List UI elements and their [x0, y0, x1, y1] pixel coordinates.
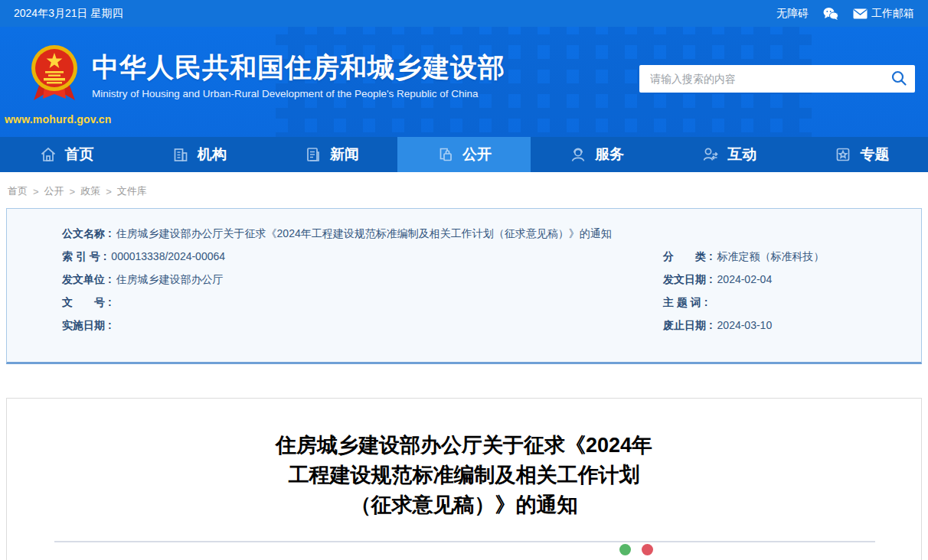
site-header: www.mohurd.gov.cn 中华人民共和国住房和城乡建设部 Minist… — [0, 27, 928, 137]
breadcrumb-disclosure[interactable]: 公开 — [44, 184, 64, 198]
accessibility-link[interactable]: 无障碍 — [776, 7, 809, 21]
national-emblem-icon — [29, 44, 80, 109]
doc-field-value: 2024-03-10 — [717, 319, 773, 332]
site-name: 中华人民共和国住房和城乡建设部 — [92, 53, 505, 82]
doc-info-right-column: 分 类 : 标准定额（标准科技） 发文日期 : 2024-02-04 主 题 词… — [663, 250, 890, 342]
wechat-icon[interactable] — [822, 7, 839, 21]
site-titles: 中华人民共和国住房和城乡建设部 Ministry of Housing and … — [92, 53, 505, 99]
nav-label: 公开 — [462, 145, 492, 164]
doc-issuer-row: 发文单位 : 住房城乡建设部办公厅 — [62, 273, 663, 286]
doc-keywords-row: 主 题 词 : — [663, 296, 890, 309]
doc-index-row: 索 引 号 : 000013338/2024-00064 — [62, 250, 663, 263]
site-logo-link[interactable]: www.mohurd.gov.cn 中华人民共和国住房和城乡建设部 Minist… — [0, 27, 505, 109]
doc-field-label: 废止日期 : — [663, 319, 713, 332]
red-action-icon[interactable] — [642, 544, 653, 555]
nav-item-disclosure[interactable]: 公开 — [397, 137, 530, 172]
doc-implementation-date-row: 实施日期 : — [62, 319, 663, 332]
work-mailbox-link[interactable]: 工作邮箱 — [853, 7, 914, 21]
article-title-line: 工程建设规范标准编制及相关工作计划 — [7, 461, 921, 490]
doc-field-value: 2024-02-04 — [717, 273, 773, 286]
main-nav: 首页 机构 新闻 公开 服务 — [0, 137, 928, 172]
green-action-icon[interactable] — [619, 544, 631, 555]
doc-title-row: 公文名称 : 住房城乡建设部办公厅关于征求《2024年工程建设规范标准编制及相关… — [62, 227, 890, 240]
topics-icon — [834, 145, 852, 164]
nav-item-organization[interactable]: 机构 — [132, 137, 265, 172]
doc-field-label: 分 类 : — [663, 250, 713, 263]
nav-label: 机构 — [198, 145, 227, 164]
breadcrumb-separator: > — [33, 186, 39, 197]
home-icon — [39, 145, 57, 164]
topbar-links: 无障碍 工作邮箱 — [776, 7, 914, 21]
mailbox-label: 工作邮箱 — [871, 7, 914, 21]
site-name-english: Ministry of Housing and Urban-Rural Deve… — [92, 88, 505, 99]
doc-field-label: 文 号 : — [62, 296, 112, 309]
search-button[interactable] — [890, 70, 907, 89]
doc-issue-date-row: 发文日期 : 2024-02-04 — [663, 273, 890, 286]
doc-info-left-column: 索 引 号 : 000013338/2024-00064 发文单位 : 住房城乡… — [62, 250, 663, 342]
doc-field-value: 住房城乡建设部办公厅 — [116, 273, 224, 286]
doc-category-row: 分 类 : 标准定额（标准科技） — [663, 250, 890, 263]
top-bar: 2024年3月21日 星期四 无障碍 工作邮箱 — [0, 0, 928, 27]
breadcrumb-home[interactable]: 首页 — [8, 184, 28, 198]
nav-item-service[interactable]: 服务 — [531, 137, 663, 172]
accessibility-label: 无障碍 — [776, 7, 809, 21]
search-icon — [890, 70, 907, 89]
doc-field-label: 发文单位 : — [62, 273, 112, 286]
doc-field-label: 索 引 号 : — [62, 250, 106, 263]
doc-field-label: 实施日期 : — [62, 319, 112, 332]
doc-field-label: 主 题 词 : — [663, 296, 707, 309]
article-divider — [54, 541, 875, 542]
article-title-line: （征求意见稿）》的通知 — [7, 490, 921, 520]
doc-field-value: 标准定额（标准科技） — [717, 250, 825, 263]
document-info-box: 公文名称 : 住房城乡建设部办公厅关于征求《2024年工程建设规范标准编制及相关… — [6, 208, 922, 364]
breadcrumb-policy[interactable]: 政策 — [80, 184, 100, 198]
search-input[interactable] — [650, 73, 890, 85]
nav-label: 服务 — [595, 145, 624, 164]
site-url: www.mohurd.gov.cn — [5, 113, 112, 125]
nav-label: 首页 — [65, 145, 94, 164]
service-icon — [569, 145, 587, 164]
doc-field-value: 住房城乡建设部办公厅关于征求《2024年工程建设规范标准编制及相关工作计划（征求… — [116, 227, 612, 240]
doc-number-row: 文 号 : — [62, 296, 663, 309]
nav-label: 新闻 — [330, 145, 359, 164]
news-icon — [304, 145, 322, 164]
mail-icon — [853, 8, 868, 19]
article-title-line: 住房城乡建设部办公厅关于征求《2024年 — [7, 431, 921, 461]
doc-repeal-date-row: 废止日期 : 2024-03-10 — [663, 319, 890, 332]
doc-field-value: 000013338/2024-00064 — [111, 250, 225, 263]
breadcrumb-separator: > — [106, 186, 112, 197]
current-date: 2024年3月21日 星期四 — [14, 7, 123, 21]
nav-item-interaction[interactable]: 互动 — [663, 137, 796, 172]
article-title: 住房城乡建设部办公厅关于征求《2024年 工程建设规范标准编制及相关工作计划 （… — [7, 431, 921, 520]
disclosure-icon — [436, 145, 455, 164]
search-bar — [639, 65, 915, 93]
breadcrumb: 首页 > 公开 > 政策 > 文件库 — [8, 184, 928, 198]
nav-label: 专题 — [860, 145, 889, 164]
article-card: 住房城乡建设部办公厅关于征求《2024年 工程建设规范标准编制及相关工作计划 （… — [6, 398, 922, 560]
nav-item-topics[interactable]: 专题 — [796, 137, 928, 172]
nav-item-home[interactable]: 首页 — [0, 137, 132, 172]
nav-label: 互动 — [727, 145, 756, 164]
breadcrumb-document-library[interactable]: 文件库 — [117, 184, 147, 198]
doc-field-label: 公文名称 : — [62, 227, 112, 240]
breadcrumb-separator: > — [70, 186, 76, 197]
interaction-icon — [701, 145, 720, 164]
organization-icon — [172, 145, 190, 164]
nav-item-news[interactable]: 新闻 — [265, 137, 397, 172]
doc-field-label: 发文日期 : — [663, 273, 713, 286]
